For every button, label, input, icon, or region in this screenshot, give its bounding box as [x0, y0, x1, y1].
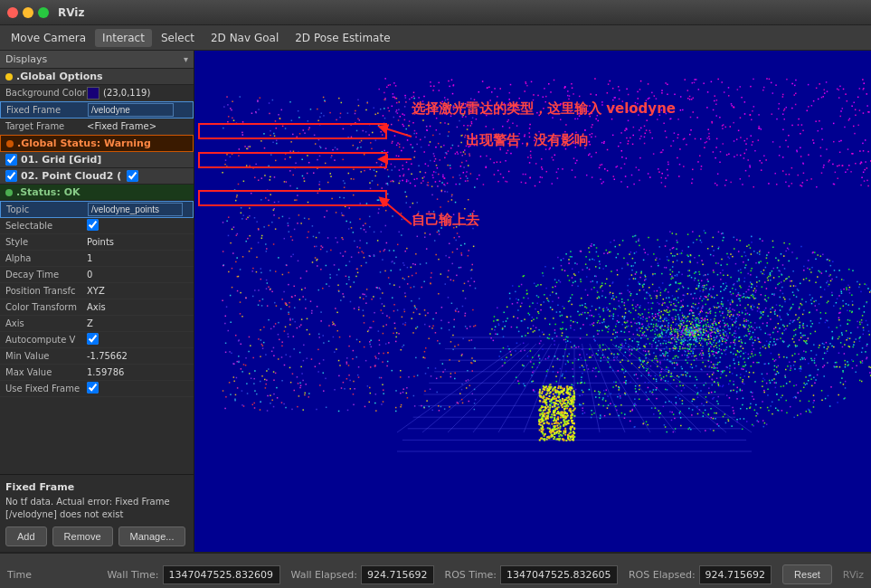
color-swatch[interactable]	[87, 87, 99, 100]
color-transform-value: Axis	[87, 302, 188, 312]
status-ok-header: .Status: OK	[0, 185, 194, 201]
global-options-label: .Global Options	[16, 71, 103, 82]
autocompute-checkbox[interactable]	[87, 333, 99, 345]
minimize-button[interactable]	[23, 7, 33, 18]
alpha-label: Alpha	[5, 253, 87, 263]
main-content: Displays ▾ .Global Options Background Co…	[0, 51, 871, 552]
style-value: Points	[87, 237, 188, 247]
global-options-dot	[5, 73, 13, 81]
status-text: Fixed Frame No tf data. Actual error: Fi…	[5, 480, 188, 521]
axis-label: Axis	[5, 318, 87, 328]
titlebar: RViz	[0, 0, 871, 25]
buttons-row: Add Remove Manage...	[5, 526, 188, 546]
rviz-corner-label: RViz	[843, 569, 864, 581]
grid-checkbox[interactable]	[5, 154, 17, 166]
wall-time-value: 1347047525.832609	[163, 565, 280, 584]
menu-select[interactable]: Select	[154, 29, 202, 47]
status-ok-label: .Status: OK	[16, 186, 80, 198]
ros-time-label: ROS Time:	[445, 569, 497, 581]
use-fixed-frame-label: Use Fixed Frame	[5, 384, 87, 394]
style-row: Style Points	[0, 234, 194, 251]
max-value-row: Max Value 1.59786	[0, 365, 194, 381]
point-cloud-canvas	[194, 51, 871, 552]
displays-scroll[interactable]: .Global Options Background Color (23,0,1…	[0, 69, 194, 474]
style-label: Style	[5, 237, 87, 247]
status-panel: Fixed Frame No tf data. Actual error: Fi…	[0, 474, 194, 552]
ros-elapsed-section: ROS Elapsed: 924.715692	[629, 565, 772, 584]
color-transform-row: Color Transform Axis	[0, 299, 194, 316]
background-color-label: Background Color	[5, 88, 87, 98]
ros-time-value: 1347047525.832605	[500, 565, 618, 584]
3d-viewport[interactable]: 选择激光雷达的类型，这里输入 velodyne 出现警告，没有影响 自己输上去	[194, 51, 871, 552]
displays-header: Displays ▾	[0, 51, 194, 69]
min-value-value: -1.75662	[87, 351, 188, 361]
grid-label: 01. Grid [Grid]	[21, 154, 101, 166]
decay-time-row: Decay Time 0	[0, 267, 194, 283]
max-value-label: Max Value	[5, 367, 87, 377]
global-options-header: .Global Options	[0, 69, 194, 85]
selectable-checkbox[interactable]	[87, 219, 99, 231]
window-controls	[7, 7, 49, 18]
status-message: No tf data. Actual error: Fixed Frame [/…	[5, 497, 170, 519]
displays-label: Displays	[5, 53, 47, 65]
target-frame-row: Target Frame <Fixed Frame>	[0, 119, 194, 135]
autocompute-value	[87, 333, 188, 346]
fixed-frame-input[interactable]	[88, 103, 174, 117]
background-color-value: (23,0,119)	[87, 87, 188, 100]
topic-label: Topic	[6, 204, 88, 214]
autocompute-row: Autocompute V	[0, 332, 194, 348]
fixed-frame-label: Fixed Frame	[6, 105, 88, 115]
axis-value: Z	[87, 318, 188, 328]
timebar: Time Wall Time: 1347047525.832609 Wall E…	[0, 552, 871, 588]
wall-elapsed-section: Wall Elapsed: 924.715692	[291, 565, 434, 584]
fixed-frame-row: Fixed Frame	[0, 101, 194, 119]
reset-button[interactable]: Reset	[782, 564, 832, 584]
ros-time-section: ROS Time: 1347047525.832605	[445, 565, 618, 584]
autocompute-label: Autocompute V	[5, 335, 87, 345]
wall-elapsed-value: 924.715692	[361, 565, 433, 584]
target-frame-value: <Fixed Frame>	[87, 121, 188, 131]
remove-button[interactable]: Remove	[52, 526, 113, 546]
position-transform-value: XYZ	[87, 286, 188, 296]
target-frame-label: Target Frame	[5, 121, 87, 131]
menu-2d-nav-goal[interactable]: 2D Nav Goal	[204, 29, 286, 47]
global-status-label: .Global Status: Warning	[17, 138, 151, 149]
ros-elapsed-value: 924.715692	[699, 565, 772, 584]
menu-interact[interactable]: Interact	[95, 29, 152, 47]
timebar-label: Time	[7, 569, 32, 581]
menu-2d-pose-estimate[interactable]: 2D Pose Estimate	[288, 29, 397, 47]
fixed-frame-value	[88, 103, 187, 117]
point-cloud-enabled-checkbox[interactable]	[127, 170, 138, 182]
maximize-button[interactable]	[38, 7, 49, 18]
global-status-dot	[6, 140, 14, 147]
max-value-value: 1.59786	[87, 367, 188, 377]
point-cloud-header: 02. Point Cloud2 (	[0, 168, 194, 185]
manage-button[interactable]: Manage...	[118, 526, 186, 546]
point-cloud-checkbox[interactable]	[5, 170, 17, 182]
wall-time-section: Wall Time: 1347047525.832609	[107, 565, 279, 584]
global-status-header: .Global Status: Warning	[0, 135, 194, 152]
status-title: Fixed Frame	[5, 480, 188, 494]
add-button[interactable]: Add	[5, 526, 47, 546]
alpha-value: 1	[87, 253, 188, 263]
use-fixed-frame-value	[87, 382, 188, 395]
wall-time-label: Wall Time:	[107, 569, 158, 581]
displays-collapse-button[interactable]: ▾	[184, 54, 188, 64]
wall-elapsed-label: Wall Elapsed:	[291, 569, 357, 581]
use-fixed-frame-checkbox[interactable]	[87, 382, 99, 394]
topic-value	[88, 203, 187, 216]
topic-input[interactable]	[88, 203, 183, 216]
selectable-row: Selectable	[0, 218, 194, 234]
decay-time-value: 0	[87, 270, 188, 280]
topic-row: Topic	[0, 201, 194, 218]
close-button[interactable]	[7, 7, 18, 18]
menu-move-camera[interactable]: Move Camera	[4, 29, 93, 47]
grid-section-header: 01. Grid [Grid]	[0, 152, 194, 168]
color-transform-label: Color Transform	[5, 302, 87, 312]
position-transform-label: Position Transfc	[5, 286, 87, 296]
alpha-row: Alpha 1	[0, 251, 194, 267]
left-panel: Displays ▾ .Global Options Background Co…	[0, 51, 194, 552]
axis-row: Axis Z	[0, 316, 194, 332]
selectable-label: Selectable	[5, 221, 87, 231]
ros-elapsed-label: ROS Elapsed:	[629, 569, 696, 581]
